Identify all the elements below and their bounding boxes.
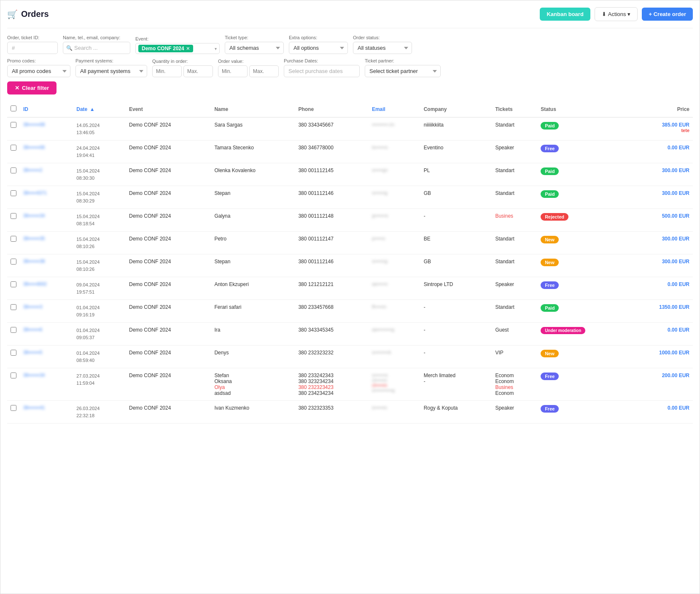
ticket-type-select[interactable]: All schemas	[225, 42, 284, 54]
row-checkbox-cell[interactable]	[7, 300, 20, 323]
promo-label: Promo codes:	[7, 58, 70, 63]
row-id[interactable]: 38•••••4371	[20, 186, 73, 209]
col-email[interactable]: Email	[369, 101, 420, 117]
row-checkbox-cell[interactable]	[7, 163, 20, 186]
chevron-down-icon: ▾	[627, 11, 630, 17]
row-checkbox-cell[interactable]	[7, 117, 20, 140]
row-event: Demo CONF 2024	[126, 346, 211, 368]
row-id[interactable]: 38•••••4002	[20, 277, 73, 300]
row-email: ts••••••o	[369, 140, 420, 163]
row-status: Under moderation	[537, 323, 627, 346]
order-id-input[interactable]	[7, 42, 58, 54]
row-checkbox[interactable]	[11, 281, 16, 287]
row-id[interactable]: 38•••••••6	[20, 323, 73, 346]
table-wrapper: ID Date ▲ Event Name Phone Email Company…	[7, 101, 693, 424]
row-id[interactable]: 38•••••••41	[20, 401, 73, 424]
create-order-button[interactable]: + Create order	[642, 8, 693, 21]
status-badge: Paid	[541, 304, 559, 312]
row-checkbox-cell[interactable]	[7, 323, 20, 346]
col-date[interactable]: Date ▲	[73, 101, 126, 117]
row-email: s•••••ng	[369, 254, 420, 277]
row-checkbox[interactable]	[11, 236, 16, 242]
table-row: 38•••••4002 09.04.202419:57:51 Demo CONF…	[7, 277, 693, 300]
row-id[interactable]: 38•••••••06	[20, 140, 73, 163]
row-price: 300.00 EUR	[627, 232, 693, 254]
row-price: 200.00 EUR	[627, 368, 693, 401]
event-dropdown-icon[interactable]: ▾	[215, 46, 217, 51]
row-checkbox-cell[interactable]	[7, 186, 20, 209]
event-tag-wrapper[interactable]: Demo CONF 2024 ✕ ▾	[135, 43, 220, 54]
row-checkbox[interactable]	[11, 350, 16, 356]
row-checkbox-cell[interactable]	[7, 140, 20, 163]
row-id[interactable]: 38•••••••35	[20, 232, 73, 254]
row-tickets: VIP	[492, 346, 537, 368]
row-checkbox[interactable]	[11, 259, 16, 265]
row-date: 24.04.202419:04:41	[73, 140, 126, 163]
extra-options-select[interactable]: All options	[289, 42, 348, 54]
event-tag-close-icon[interactable]: ✕	[186, 46, 190, 51]
status-badge: Free	[541, 405, 559, 413]
order-status-select[interactable]: All statuses	[353, 42, 412, 54]
row-id[interactable]: 38•••••••5	[20, 346, 73, 368]
name-label: Name, tel., email, company:	[63, 35, 130, 40]
row-id[interactable]: 38•••••••34	[20, 209, 73, 232]
row-date: 26.03.202422:32:18	[73, 401, 126, 424]
select-all-checkbox[interactable]	[11, 105, 16, 111]
row-checkbox[interactable]	[11, 213, 16, 219]
row-phone: 380 001112148	[295, 209, 368, 232]
row-tickets: Standart	[492, 300, 537, 323]
row-tickets: Speaker	[492, 277, 537, 300]
promo-select[interactable]: All promo codes	[7, 65, 70, 77]
row-checkbox-cell[interactable]	[7, 368, 20, 401]
actions-button[interactable]: ⬇ Actions ▾	[595, 7, 638, 21]
row-phone: 380 233242343380 323234234380 2323234233…	[295, 368, 368, 401]
row-checkbox-cell[interactable]	[7, 254, 20, 277]
row-id[interactable]: 38•••••••08	[20, 117, 73, 140]
row-checkbox[interactable]	[11, 145, 16, 151]
row-checkbox-cell[interactable]	[7, 277, 20, 300]
payment-label: Payment systems:	[75, 58, 147, 63]
row-phone: 380 001112145	[295, 163, 368, 186]
row-checkbox[interactable]	[11, 190, 16, 196]
row-checkbox-cell[interactable]	[7, 209, 20, 232]
qty-max-input[interactable]	[183, 65, 213, 77]
row-checkbox[interactable]	[11, 373, 16, 378]
row-id[interactable]: 38•••••••38	[20, 254, 73, 277]
payment-select[interactable]: All payment systems	[75, 65, 147, 77]
ticket-partner-select[interactable]: Select ticket partner	[365, 65, 441, 77]
row-checkbox[interactable]	[11, 405, 16, 411]
row-id[interactable]: 38•••••••2	[20, 163, 73, 186]
row-date: 01.04.202408:59:40	[73, 346, 126, 368]
val-max-input[interactable]	[249, 65, 279, 77]
col-id[interactable]: ID	[20, 101, 73, 117]
ticket-type-label: Ticket type:	[225, 35, 284, 40]
row-status: Rejected	[537, 209, 627, 232]
search-input[interactable]	[63, 42, 130, 54]
row-phone: 380 001112146	[295, 254, 368, 277]
row-checkbox[interactable]	[11, 122, 16, 128]
row-checkbox-cell[interactable]	[7, 346, 20, 368]
row-event: Demo CONF 2024	[126, 254, 211, 277]
val-min-input[interactable]	[218, 65, 248, 77]
row-name: Ferari safari	[211, 300, 295, 323]
row-name: Anton Ekzuperi	[211, 277, 295, 300]
row-company: PL	[420, 163, 492, 186]
row-email: g•••••••s	[369, 209, 420, 232]
row-id[interactable]: 38•••••••34	[20, 368, 73, 401]
row-company: -	[420, 300, 492, 323]
row-checkbox[interactable]	[11, 304, 16, 310]
row-date: 09.04.202419:57:51	[73, 277, 126, 300]
row-company: Eventino	[420, 140, 492, 163]
row-checkbox-cell[interactable]	[7, 232, 20, 254]
qty-min-input[interactable]	[152, 65, 182, 77]
clear-filter-button[interactable]: ✕ Clear filter	[7, 81, 57, 94]
purchase-dates-input[interactable]	[284, 65, 360, 77]
row-name: Ivan Kuzmenko	[211, 401, 295, 424]
row-checkbox[interactable]	[11, 167, 16, 173]
row-id[interactable]: 38•••••••3	[20, 300, 73, 323]
row-checkbox[interactable]	[11, 327, 16, 333]
kanban-board-button[interactable]: Kanban board	[540, 8, 590, 21]
row-company: -	[420, 209, 492, 232]
extra-options-label: Extra options:	[289, 35, 348, 40]
row-checkbox-cell[interactable]	[7, 401, 20, 424]
